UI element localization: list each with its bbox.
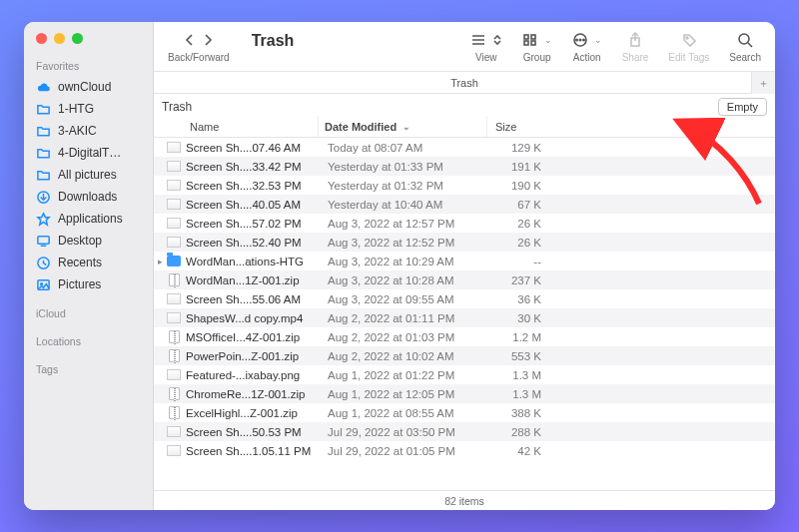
- svg-line-22: [748, 43, 752, 47]
- file-row[interactable]: MSOfficeI...4Z-001.zipAug 2, 2022 at 01:…: [154, 327, 775, 346]
- sidebar-item-applications[interactable]: Applications: [24, 208, 153, 230]
- sidebar-item-downloads[interactable]: Downloads: [24, 186, 153, 208]
- action-label: Action: [573, 52, 601, 63]
- file-row[interactable]: ▸WordMan...ations-HTGAug 3, 2022 at 10:2…: [154, 252, 775, 270]
- sidebar-item-pictures[interactable]: Pictures: [24, 273, 153, 295]
- sidebar-item-3-akic[interactable]: 3-AKIC: [24, 120, 153, 142]
- column-header-date[interactable]: Date Modified ⌄: [318, 116, 487, 137]
- sidebar-item-label: 1-HTG: [58, 102, 141, 116]
- view-group[interactable]: View: [470, 30, 502, 63]
- back-forward-label: Back/Forward: [168, 52, 230, 63]
- file-size: 191 K: [491, 161, 547, 173]
- file-name: Screen Sh....07.46 AM: [186, 142, 322, 154]
- file-row[interactable]: Screen Sh....33.42 PMYesterday at 01:33 …: [154, 157, 775, 176]
- sidebar-section-tags: Tags: [24, 361, 153, 379]
- file-date: Aug 3, 2022 at 10:28 AM: [322, 274, 491, 286]
- file-date: Yesterday at 01:32 PM: [322, 180, 491, 192]
- sidebar-section-locations: Locations: [24, 333, 153, 351]
- svg-point-21: [739, 34, 749, 44]
- file-date: Aug 3, 2022 at 12:57 PM: [322, 218, 491, 230]
- file-name: Screen Sh....52.40 PM: [186, 237, 322, 249]
- file-size: 190 K: [491, 180, 547, 192]
- file-icon: [166, 387, 182, 401]
- svg-point-16: [575, 39, 578, 42]
- file-icon: [166, 236, 182, 250]
- list-view-icon: [470, 33, 486, 47]
- file-icon: [166, 292, 182, 306]
- file-size: 129 K: [491, 142, 547, 154]
- file-name: WordMan...1Z-001.zip: [186, 274, 322, 286]
- add-tab-button[interactable]: ＋: [751, 72, 775, 94]
- search-icon: [737, 32, 753, 48]
- window-controls: [24, 22, 153, 58]
- file-date: Today at 08:07 AM: [322, 142, 491, 154]
- file-date: Yesterday at 01:33 PM: [322, 161, 491, 173]
- view-updown-icon: [492, 35, 502, 45]
- file-row[interactable]: Screen Sh....55.06 AMAug 3, 2022 at 09:5…: [154, 289, 775, 308]
- group-group[interactable]: ⌄ Group: [522, 30, 552, 63]
- file-name: Screen Sh....1.05.11 PM: [186, 445, 322, 457]
- pictures-icon: [36, 277, 51, 292]
- close-window-button[interactable]: [36, 33, 47, 44]
- file-row[interactable]: Screen Sh....32.53 PMYesterday at 01:32 …: [154, 176, 775, 195]
- sidebar-item-4-digitalt-[interactable]: 4-DigitalT…: [24, 142, 153, 164]
- file-icon: [166, 406, 182, 420]
- file-name: Screen Sh....32.53 PM: [186, 180, 322, 192]
- minimize-window-button[interactable]: [54, 33, 65, 44]
- back-icon: [184, 33, 196, 47]
- file-row[interactable]: Screen Sh....07.46 AMToday at 08:07 AM12…: [154, 138, 775, 157]
- file-name: Screen Sh....50.53 PM: [186, 426, 322, 438]
- forward-icon: [202, 33, 214, 47]
- folder-icon: [36, 168, 51, 183]
- file-row[interactable]: Featured-...ixabay.pngAug 1, 2022 at 01:…: [154, 365, 775, 384]
- zoom-window-button[interactable]: [72, 33, 83, 44]
- file-icon: [166, 349, 182, 363]
- file-row[interactable]: Screen Sh....52.40 PMAug 3, 2022 at 12:5…: [154, 233, 775, 252]
- sidebar-item-desktop[interactable]: Desktop: [24, 230, 153, 252]
- file-name: Screen Sh....57.02 PM: [186, 218, 322, 230]
- file-row[interactable]: ExcelHighl...Z-001.zipAug 1, 2022 at 08:…: [154, 403, 775, 422]
- sidebar-item-1-htg[interactable]: 1-HTG: [24, 98, 153, 120]
- apps-icon: [36, 212, 51, 227]
- back-forward-group[interactable]: Back/Forward: [168, 30, 230, 63]
- sidebar-item-all-pictures[interactable]: All pictures: [24, 164, 153, 186]
- group-label: Group: [523, 52, 551, 63]
- sidebar-item-owncloud[interactable]: ownCloud: [24, 76, 153, 98]
- file-row[interactable]: Screen Sh....40.05 AMYesterday at 10:40 …: [154, 195, 775, 214]
- folder-icon: [36, 124, 51, 139]
- file-icon: [166, 368, 182, 382]
- group-icon: [522, 33, 538, 47]
- disclosure-icon[interactable]: ▸: [154, 257, 166, 266]
- path-bar: Trash ＋: [154, 72, 775, 94]
- file-row[interactable]: Screen Sh....1.05.11 PMJul 29, 2022 at 0…: [154, 441, 775, 460]
- search-group[interactable]: Search: [729, 30, 761, 63]
- sidebar-section-icloud: iCloud: [24, 305, 153, 323]
- sidebar-item-label: Applications: [58, 212, 141, 226]
- file-icon: [166, 217, 182, 231]
- svg-point-20: [686, 37, 688, 39]
- file-date: Aug 1, 2022 at 08:55 AM: [322, 407, 491, 419]
- sidebar-item-label: ownCloud: [58, 80, 141, 94]
- file-date: Jul 29, 2022 at 03:50 PM: [322, 426, 491, 438]
- file-size: 388 K: [491, 407, 547, 419]
- action-group[interactable]: ⌄ Action: [572, 30, 602, 63]
- file-list[interactable]: Screen Sh....07.46 AMToday at 08:07 AM12…: [154, 138, 775, 490]
- file-icon: [166, 198, 182, 212]
- column-header-size[interactable]: Size: [487, 121, 775, 133]
- svg-rect-13: [531, 41, 535, 45]
- file-row[interactable]: ShapesW...d copy.mp4Aug 2, 2022 at 01:11…: [154, 308, 775, 327]
- column-header-name[interactable]: Name: [154, 121, 318, 133]
- file-row[interactable]: WordMan...1Z-001.zipAug 3, 2022 at 10:28…: [154, 270, 775, 289]
- file-row[interactable]: Screen Sh....50.53 PMJul 29, 2022 at 03:…: [154, 422, 775, 441]
- file-icon: [166, 273, 182, 287]
- file-icon: [166, 179, 182, 193]
- empty-trash-button[interactable]: Empty: [718, 98, 767, 116]
- file-row[interactable]: Screen Sh....57.02 PMAug 3, 2022 at 12:5…: [154, 214, 775, 233]
- location-name: Trash: [162, 100, 192, 114]
- file-row[interactable]: PowerPoin...Z-001.zipAug 2, 2022 at 10:0…: [154, 346, 775, 365]
- svg-rect-10: [524, 35, 528, 39]
- sidebar-item-recents[interactable]: Recents: [24, 252, 153, 273]
- recent-icon: [36, 256, 51, 270]
- file-row[interactable]: ChromeRe...1Z-001.zipAug 1, 2022 at 12:0…: [154, 384, 775, 403]
- sidebar-item-label: All pictures: [58, 168, 141, 182]
